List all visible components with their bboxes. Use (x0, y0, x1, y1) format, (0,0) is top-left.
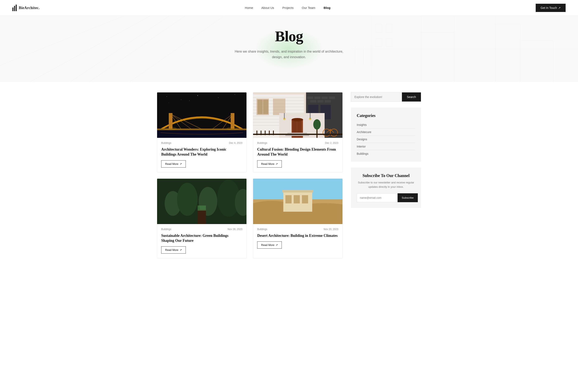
post-card-1: Buildings Dec 4, 2023 Architectural Wond… (157, 92, 247, 172)
nav-item-about[interactable]: About Us (261, 6, 274, 10)
nav-links: Home About Us Projects Our Team Blog (245, 6, 331, 10)
svg-rect-86 (273, 131, 274, 135)
main-nav: BieArchitec. Home About Us Projects Our … (0, 0, 578, 16)
svg-rect-98 (286, 195, 292, 203)
post-1-body: Buildings Dec 4, 2023 Architectural Wond… (157, 138, 246, 172)
post-1-read-more-button[interactable]: Read More ↗ (161, 160, 186, 168)
svg-rect-81 (253, 134, 342, 135)
post-2-category: Buildings (257, 141, 267, 144)
nav-item-projects[interactable]: Projects (282, 6, 293, 10)
svg-point-22 (218, 97, 219, 98)
svg-rect-73 (310, 113, 311, 119)
svg-rect-60 (325, 100, 331, 103)
post-4-read-more-button[interactable]: Read More ↗ (257, 241, 282, 249)
post-4-meta: Buildings Nov 20, 2023 (257, 228, 338, 231)
post-1-date: Dec 4, 2023 (229, 141, 242, 144)
svg-point-89 (177, 183, 198, 216)
svg-line-2 (41, 16, 227, 82)
svg-rect-100 (302, 195, 308, 203)
hero-section: Blog Here we share insights, trends, and… (0, 16, 578, 82)
svg-point-19 (167, 96, 167, 97)
posts-area: Buildings Dec 4, 2023 Architectural Wond… (157, 92, 343, 258)
svg-rect-9 (520, 41, 553, 82)
hero-title: Blog (4, 28, 574, 44)
subscribe-email-input[interactable] (357, 193, 398, 202)
svg-point-24 (169, 103, 169, 103)
get-in-touch-button[interactable]: Get In Touch ↗ (536, 4, 566, 12)
post-4-category: Buildings (257, 228, 267, 231)
svg-rect-56 (322, 96, 328, 99)
svg-line-1 (21, 16, 206, 82)
svg-rect-52 (273, 99, 286, 115)
post-card-3: Buildings Nov 28, 2023 Sustainable Archi… (157, 178, 247, 259)
subscribe-button[interactable]: Subscribe (398, 193, 418, 202)
brand-logo[interactable]: BieArchitec. (12, 4, 40, 11)
post-2-image (253, 92, 342, 138)
svg-rect-83 (261, 131, 262, 135)
post-3-category: Buildings (161, 228, 171, 231)
category-interior[interactable]: Interior (357, 143, 415, 150)
post-2-meta: Buildings Dec 2, 2023 (257, 141, 338, 144)
svg-rect-55 (314, 96, 321, 99)
post-1-meta: Buildings Dec 4, 2023 (161, 141, 242, 144)
nav-item-blog[interactable]: Blog (324, 6, 331, 10)
svg-point-75 (313, 119, 321, 130)
post-2-title: Cultural Fusion: Blending Design Element… (257, 147, 338, 157)
category-insights[interactable]: Insights (357, 121, 415, 129)
subscribe-title: Subscribe To Our Channel (357, 173, 415, 178)
search-button[interactable]: Search (402, 92, 421, 101)
search-input[interactable] (351, 92, 402, 101)
arrow-icon: ↗ (276, 162, 278, 166)
svg-rect-94 (198, 206, 206, 211)
sidebar-search-container: Search (351, 92, 421, 102)
post-1-image (157, 92, 246, 138)
brand-name: BieArchitec. (19, 6, 40, 10)
svg-rect-93 (198, 210, 206, 224)
nav-item-home[interactable]: Home (245, 6, 253, 10)
svg-rect-84 (265, 131, 266, 135)
category-buildings[interactable]: Buildings (357, 150, 415, 157)
post-4-image (253, 179, 342, 224)
category-architecure[interactable]: Architecure (357, 129, 415, 136)
post-4-date: Nov 20, 2023 (324, 228, 338, 231)
svg-rect-59 (318, 100, 324, 103)
nav-item-team[interactable]: Our Team (302, 6, 315, 10)
svg-point-20 (181, 99, 182, 100)
post-3-read-more-button[interactable]: Read More ↗ (161, 246, 186, 254)
categories-widget: Categories Insights Architecure Designs … (351, 107, 421, 162)
subscribe-desc: Subscribe to our newsletter and receive … (357, 180, 415, 189)
post-3-body: Buildings Nov 28, 2023 Sustainable Archi… (157, 224, 246, 258)
main-content: Buildings Dec 4, 2023 Architectural Wond… (144, 82, 434, 269)
post-4-body: Buildings Nov 20, 2023 Desert Architectu… (253, 224, 342, 253)
arrow-icon: ↗ (558, 6, 561, 9)
svg-point-23 (235, 94, 235, 95)
svg-rect-57 (329, 96, 335, 99)
post-1-title: Architectural Wonders: Exploring Iconic … (161, 147, 242, 157)
hero-subtitle: Here we share insights, trends, and insp… (229, 49, 349, 60)
post-2-body: Buildings Dec 2, 2023 Cultural Fusion: B… (253, 138, 342, 172)
category-designs[interactable]: Designs (357, 136, 415, 143)
post-card-4: Buildings Nov 20, 2023 Desert Architectu… (253, 178, 343, 259)
arrow-icon: ↗ (180, 162, 182, 166)
logo-icon (12, 4, 17, 11)
svg-point-35 (165, 127, 177, 130)
post-3-date: Nov 28, 2023 (228, 228, 242, 231)
arrow-icon: ↗ (276, 243, 278, 247)
post-1-category: Buildings (161, 141, 171, 144)
subscribe-form: Subscribe (357, 193, 415, 202)
post-2-read-more-button[interactable]: Read More ↗ (257, 160, 282, 168)
svg-line-4 (83, 16, 248, 82)
svg-line-0 (0, 16, 165, 82)
post-3-title: Sustainable Architecture: Green Building… (161, 233, 242, 243)
svg-rect-58 (310, 100, 316, 103)
svg-point-36 (227, 127, 239, 130)
svg-rect-50 (258, 100, 263, 114)
svg-rect-101 (282, 190, 313, 192)
svg-point-21 (197, 95, 198, 96)
posts-grid: Buildings Dec 4, 2023 Architectural Wond… (157, 92, 343, 258)
categories-title: Categories (357, 113, 415, 118)
subscribe-widget: Subscribe To Our Channel Subscribe to ou… (351, 168, 421, 208)
svg-point-67 (292, 118, 303, 121)
post-card-2: Buildings Dec 2, 2023 Cultural Fusion: B… (253, 92, 343, 172)
sidebar: Search Categories Insights Architecure D… (351, 92, 421, 208)
